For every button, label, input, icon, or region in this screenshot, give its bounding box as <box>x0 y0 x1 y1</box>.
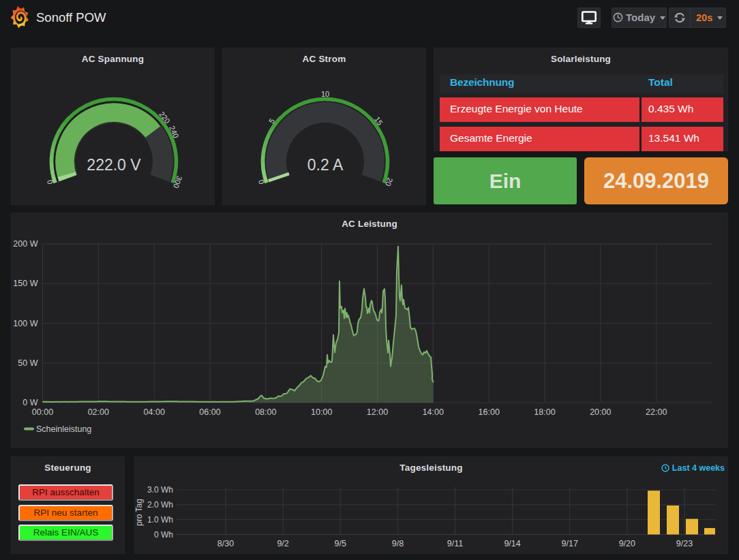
svg-text:02:00: 02:00 <box>88 407 109 417</box>
svg-text:0: 0 <box>256 178 265 185</box>
svg-text:08:00: 08:00 <box>255 407 276 417</box>
svg-text:100 W: 100 W <box>13 319 37 328</box>
svg-text:0 W: 0 W <box>22 398 37 407</box>
svg-text:14:00: 14:00 <box>423 407 444 417</box>
svg-text:1.0 Wh: 1.0 Wh <box>147 515 173 525</box>
svg-text:0.2 A: 0.2 A <box>307 156 344 174</box>
svg-text:9/14: 9/14 <box>504 539 520 548</box>
svg-text:150 W: 150 W <box>13 279 37 288</box>
svg-text:9/5: 9/5 <box>335 539 346 548</box>
svg-text:0: 0 <box>45 178 54 185</box>
svg-text:220: 220 <box>157 110 172 125</box>
svg-text:50 W: 50 W <box>18 358 37 368</box>
svg-text:2.0 Wh: 2.0 Wh <box>147 500 173 510</box>
svg-text:9/20: 9/20 <box>619 539 635 548</box>
svg-text:9/11: 9/11 <box>447 539 463 548</box>
svg-text:9/23: 9/23 <box>676 539 693 548</box>
svg-text:8/30: 8/30 <box>217 539 234 548</box>
svg-text:00:00: 00:00 <box>32 407 53 417</box>
svg-text:pro Tag: pro Tag <box>135 499 144 526</box>
svg-text:10:00: 10:00 <box>311 407 332 417</box>
svg-text:10: 10 <box>321 90 329 98</box>
svg-text:222.0 V: 222.0 V <box>87 156 141 174</box>
svg-text:20:00: 20:00 <box>590 407 611 417</box>
svg-text:06:00: 06:00 <box>199 407 220 417</box>
svg-text:200 W: 200 W <box>13 239 37 249</box>
svg-text:9/17: 9/17 <box>562 539 578 548</box>
svg-text:12:00: 12:00 <box>367 407 388 417</box>
svg-text:Scheinleistung: Scheinleistung <box>36 424 91 434</box>
svg-text:16:00: 16:00 <box>479 407 500 417</box>
svg-text:0 Wh: 0 Wh <box>154 530 173 540</box>
svg-text:18:00: 18:00 <box>534 407 555 417</box>
svg-text:9/8: 9/8 <box>392 539 404 548</box>
svg-text:9/2: 9/2 <box>277 539 288 548</box>
svg-text:22:00: 22:00 <box>646 407 667 417</box>
svg-text:04:00: 04:00 <box>144 407 165 417</box>
svg-text:3.0 Wh: 3.0 Wh <box>147 485 173 495</box>
